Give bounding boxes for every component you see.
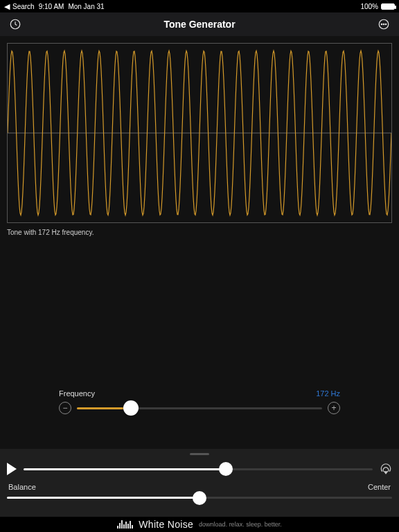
status-time: 9:10 AM — [39, 3, 64, 10]
status-date: Mon Jan 31 — [68, 3, 104, 10]
waveform-display — [7, 43, 392, 223]
frequency-label: Frequency — [59, 389, 95, 398]
equalizer-icon — [117, 520, 133, 529]
play-button[interactable] — [7, 463, 17, 475]
status-right-group: 100% — [360, 3, 395, 10]
svg-point-2 — [381, 24, 382, 25]
svg-point-4 — [385, 24, 387, 25]
volume-slider[interactable] — [24, 468, 373, 470]
frequency-value: 172 Hz — [316, 389, 340, 398]
balance-label: Balance — [8, 483, 36, 491]
status-left-group: ◀ Search 9:10 AM Mon Jan 31 — [4, 2, 105, 11]
waveform-description: Tone with 172 Hz frequency. — [7, 229, 392, 236]
battery-icon — [381, 3, 395, 10]
page-title: Tone Generator — [24, 19, 375, 30]
airplay-icon[interactable] — [380, 463, 392, 475]
main-content: Tone with 172 Hz frequency. Frequency 17… — [0, 36, 399, 449]
battery-percent-label: 100% — [360, 3, 378, 10]
history-icon[interactable] — [7, 16, 24, 33]
ad-tagline: download. relax. sleep. better. — [199, 521, 282, 528]
more-icon[interactable] — [375, 16, 392, 33]
white-noise-ad[interactable]: White Noise download. relax. sleep. bett… — [0, 517, 399, 532]
titlebar: Tone Generator — [0, 12, 399, 36]
balance-slider-thumb[interactable] — [193, 491, 206, 505]
playback-panel: Balance Center — [0, 449, 399, 517]
frequency-slider-thumb[interactable] — [123, 400, 139, 416]
frequency-slider[interactable] — [77, 407, 322, 409]
balance-right-label: Center — [368, 483, 391, 491]
frequency-increment-button[interactable]: + — [328, 402, 340, 414]
balance-slider[interactable] — [7, 497, 392, 499]
volume-slider-thumb[interactable] — [219, 462, 233, 476]
ios-status-bar: ◀ Search 9:10 AM Mon Jan 31 100% — [0, 0, 399, 12]
frequency-control: Frequency 172 Hz − + — [59, 389, 340, 414]
panel-drag-handle[interactable] — [190, 453, 209, 455]
back-chevron-icon[interactable]: ◀ — [4, 2, 10, 11]
svg-point-3 — [383, 24, 384, 25]
ad-brand: White Noise — [139, 519, 193, 530]
back-app-label[interactable]: Search — [12, 3, 35, 10]
frequency-decrement-button[interactable]: − — [59, 402, 71, 414]
